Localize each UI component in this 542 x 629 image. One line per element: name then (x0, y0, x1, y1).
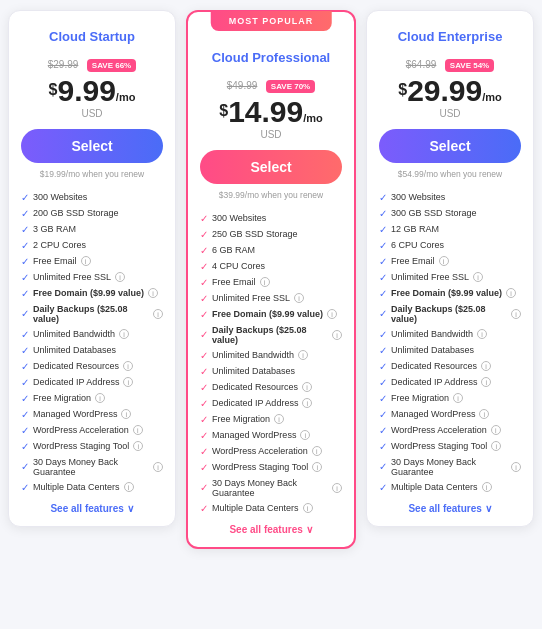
check-icon: ✓ (21, 224, 29, 235)
check-icon: ✓ (21, 482, 29, 493)
info-icon: i (274, 414, 284, 424)
check-icon: ✓ (200, 446, 208, 457)
feature-item: ✓ 3 GB RAM (21, 221, 163, 237)
feature-text: Free Email (33, 256, 77, 266)
feature-item: ✓ Free Email i (379, 253, 521, 269)
feature-item: ✓ Multiple Data Centers i (379, 479, 521, 495)
plan-card-startup: Cloud Startup $29.99 SAVE 66% $9.99/mo U… (8, 10, 176, 527)
feature-text: Unlimited Bandwidth (391, 329, 473, 339)
check-icon: ✓ (200, 350, 208, 361)
feature-item: ✓ Free Migration i (379, 390, 521, 406)
check-icon: ✓ (21, 461, 29, 472)
plans-container: Cloud Startup $29.99 SAVE 66% $9.99/mo U… (8, 10, 534, 549)
plan-title-startup: Cloud Startup (21, 29, 163, 44)
check-icon: ✓ (379, 208, 387, 219)
feature-item: ✓ Managed WordPress i (200, 427, 342, 443)
check-icon: ✓ (21, 272, 29, 283)
check-icon: ✓ (200, 414, 208, 425)
info-icon: i (303, 503, 313, 513)
check-icon: ✓ (379, 308, 387, 319)
feature-item: ✓ Free Email i (21, 253, 163, 269)
feature-text: Free Email (212, 277, 256, 287)
check-icon: ✓ (21, 345, 29, 356)
usd-label-enterprise: USD (379, 108, 521, 119)
feature-item: ✓ Multiple Data Centers i (200, 500, 342, 516)
see-all-features-enterprise[interactable]: See all features ∨ (379, 503, 521, 514)
per-mo-professional: /mo (303, 112, 323, 124)
check-icon: ✓ (21, 393, 29, 404)
feature-text: Free Migration (212, 414, 270, 424)
check-icon: ✓ (21, 288, 29, 299)
check-icon: ✓ (379, 329, 387, 340)
check-icon: ✓ (200, 503, 208, 514)
check-icon: ✓ (200, 398, 208, 409)
feature-text: 3 GB RAM (33, 224, 76, 234)
feature-item: ✓ 300 Websites (200, 210, 342, 226)
main-price-professional: $14.99/mo (200, 97, 342, 127)
feature-text: Unlimited Databases (33, 345, 116, 355)
check-icon: ✓ (200, 213, 208, 224)
check-icon: ✓ (379, 361, 387, 372)
info-icon: i (479, 409, 489, 419)
currency-sym-professional: $ (219, 102, 228, 119)
info-icon: i (453, 393, 463, 403)
feature-item: ✓ Free Domain ($9.99 value) i (21, 285, 163, 301)
plan-card-professional: MOST POPULARCloud Professional $49.99 SA… (186, 10, 356, 549)
usd-label-startup: USD (21, 108, 163, 119)
feature-item: ✓ Unlimited Databases (200, 363, 342, 379)
price-num-startup: 9.99 (57, 74, 115, 107)
feature-text: 2 CPU Cores (33, 240, 86, 250)
feature-item: ✓ WordPress Staging Tool i (379, 438, 521, 454)
feature-item: ✓ Free Domain ($9.99 value) i (200, 306, 342, 322)
feature-text: 30 Days Money Back Guarantee (33, 457, 149, 477)
feature-item: ✓ WordPress Acceleration i (200, 443, 342, 459)
check-icon: ✓ (379, 192, 387, 203)
info-icon: i (153, 309, 163, 319)
check-icon: ✓ (200, 293, 208, 304)
currency-sym-enterprise: $ (398, 81, 407, 98)
feature-item: ✓ Multiple Data Centers i (21, 479, 163, 495)
feature-text: 250 GB SSD Storage (212, 229, 298, 239)
see-all-link-enterprise[interactable]: See all features ∨ (408, 503, 491, 514)
feature-text: Multiple Data Centers (391, 482, 478, 492)
save-badge-enterprise: SAVE 54% (445, 59, 494, 72)
feature-item: ✓ Dedicated IP Address i (379, 374, 521, 390)
select-button-enterprise[interactable]: Select (379, 129, 521, 163)
see-all-features-professional[interactable]: See all features ∨ (200, 524, 342, 535)
feature-text: 12 GB RAM (391, 224, 439, 234)
check-icon: ✓ (379, 482, 387, 493)
feature-text: Dedicated Resources (212, 382, 298, 392)
feature-item: ✓ 200 GB SSD Storage (21, 205, 163, 221)
feature-text: Unlimited Bandwidth (212, 350, 294, 360)
feature-text: Managed WordPress (391, 409, 475, 419)
feature-item: ✓ Unlimited Bandwidth i (379, 326, 521, 342)
check-icon: ✓ (21, 240, 29, 251)
check-icon: ✓ (379, 288, 387, 299)
plan-title-enterprise: Cloud Enterprise (379, 29, 521, 44)
see-all-link-startup[interactable]: See all features ∨ (50, 503, 133, 514)
info-icon: i (121, 409, 131, 419)
check-icon: ✓ (200, 366, 208, 377)
feature-text: Unlimited Databases (212, 366, 295, 376)
check-icon: ✓ (379, 240, 387, 251)
select-button-startup[interactable]: Select (21, 129, 163, 163)
check-icon: ✓ (200, 229, 208, 240)
see-all-link-professional[interactable]: See all features ∨ (229, 524, 312, 535)
feature-item: ✓ Dedicated IP Address i (200, 395, 342, 411)
feature-text: Managed WordPress (212, 430, 296, 440)
per-mo-startup: /mo (116, 91, 136, 103)
feature-text: Free Email (391, 256, 435, 266)
feature-text: Free Migration (33, 393, 91, 403)
feature-item: ✓ 250 GB SSD Storage (200, 226, 342, 242)
see-all-features-startup[interactable]: See all features ∨ (21, 503, 163, 514)
features-list-professional: ✓ 300 Websites ✓ 250 GB SSD Storage ✓ 6 … (200, 210, 342, 516)
check-icon: ✓ (200, 309, 208, 320)
info-icon: i (491, 441, 501, 451)
feature-text: Daily Backups ($25.08 value) (391, 304, 507, 324)
check-icon: ✓ (21, 256, 29, 267)
info-icon: i (148, 288, 158, 298)
info-icon: i (312, 446, 322, 456)
feature-text: WordPress Staging Tool (212, 462, 308, 472)
select-button-professional[interactable]: Select (200, 150, 342, 184)
feature-text: WordPress Acceleration (212, 446, 308, 456)
